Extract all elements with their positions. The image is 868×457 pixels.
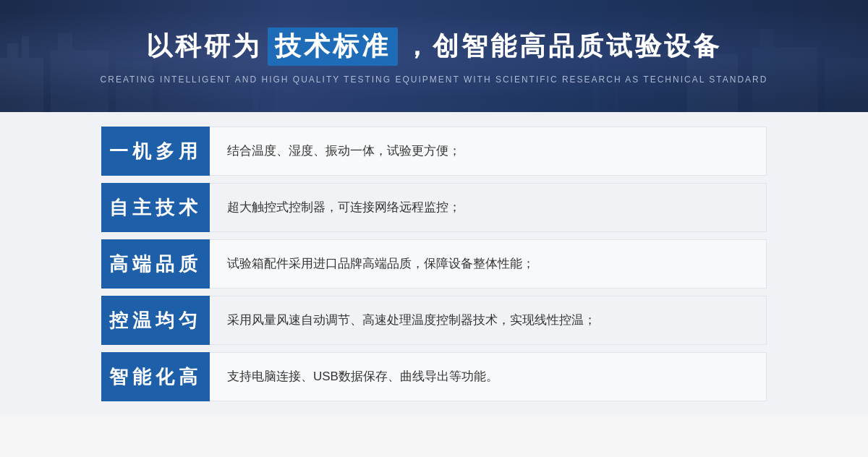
hero-title-suffix: ，创智能高品质试验设备: [404, 29, 722, 64]
feature-tag-1: 一机多用: [101, 127, 210, 176]
feature-tag-4: 控温均匀: [101, 296, 210, 345]
feature-tag-5: 智能化高: [101, 352, 210, 401]
feature-description-5: 支持电脑连接、USB数据保存、曲线导出等功能。: [210, 352, 767, 401]
feature-description-4: 采用风量风速自动调节、高速处理温度控制器技术，实现线性控温；: [210, 296, 767, 345]
svg-rect-0: [0, 58, 43, 112]
feature-row-3: 高端品质 试验箱配件采用进口品牌高端品质，保障设备整体性能；: [101, 239, 767, 289]
hero-title-highlight: 技术标准: [268, 27, 398, 66]
svg-rect-4: [58, 33, 72, 51]
hero-subtitle: Creating Intelligent and High Quality Te…: [101, 74, 768, 85]
svg-rect-2: [22, 36, 29, 58]
feature-row-5: 智能化高 支持电脑连接、USB数据保存、曲线导出等功能。: [101, 352, 767, 401]
hero-title: 以科研为 技术标准 ，创智能高品质试验设备: [146, 27, 722, 66]
svg-rect-6: [159, 65, 246, 112]
svg-rect-10: [760, 29, 774, 47]
features-section: 一机多用 结合温度、湿度、振动一体，试验更方便； 自主技术 超大触控式控制器，可…: [0, 112, 868, 416]
feature-tag-2: 自主技术: [101, 183, 210, 232]
feature-tag-3: 高端品质: [101, 239, 210, 289]
svg-rect-1: [7, 43, 18, 58]
feature-description-3: 试验箱配件采用进口品牌高端品质，保障设备整体性能；: [210, 239, 767, 289]
feature-row-1: 一机多用 结合温度、湿度、振动一体，试验更方便；: [101, 127, 767, 176]
feature-description-1: 结合温度、湿度、振动一体，试验更方便；: [210, 127, 767, 176]
feature-description-2: 超大触控式控制器，可连接网络远程监控；: [210, 183, 767, 232]
hero-title-prefix: 以科研为: [146, 29, 262, 64]
hero-banner: 以科研为 技术标准 ，创智能高品质试验设备 Creating Intellige…: [0, 0, 868, 112]
svg-rect-14: [593, 64, 599, 112]
feature-row-4: 控温均匀 采用风量风速自动调节、高速处理温度控制器技术，实现线性控温；: [101, 296, 767, 345]
svg-rect-5: [116, 61, 152, 112]
feature-row-2: 自主技术 超大触控式控制器，可连接网络远程监控；: [101, 183, 767, 232]
svg-rect-11: [825, 58, 868, 112]
